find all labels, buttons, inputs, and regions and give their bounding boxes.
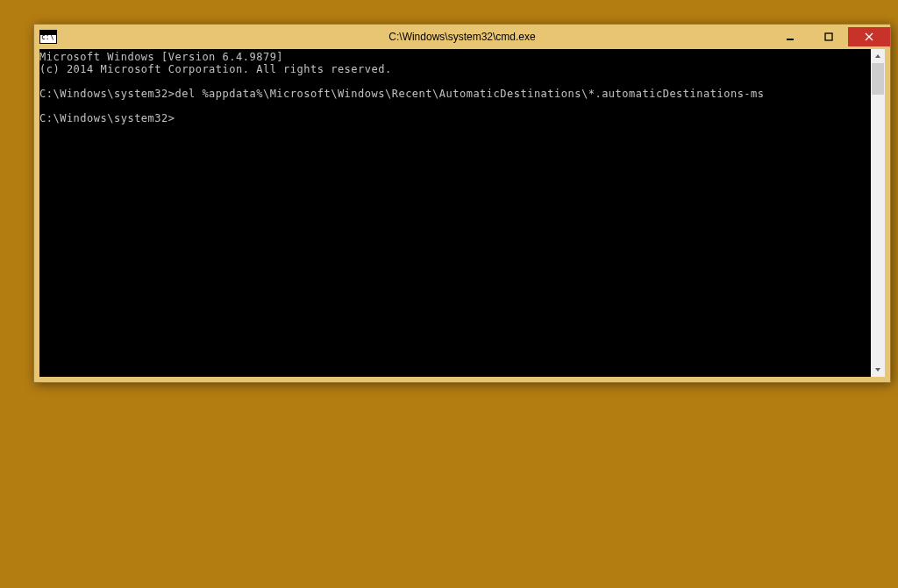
window-title: C:\Windows\system32\cmd.exe — [34, 31, 890, 43]
terminal-line: (c) 2014 Microsoft Corporation. All righ… — [39, 63, 871, 75]
window-buttons — [771, 27, 890, 46]
terminal-prompt: C:\Windows\system32> — [39, 112, 871, 124]
close-button[interactable] — [848, 27, 890, 46]
cmd-icon — [39, 30, 57, 44]
svg-rect-0 — [787, 39, 794, 40]
scroll-down-arrow-icon[interactable] — [871, 363, 885, 377]
terminal-blank-line — [39, 75, 871, 88]
scroll-track[interactable] — [871, 63, 885, 363]
maximize-button[interactable] — [809, 27, 848, 46]
scroll-up-arrow-icon[interactable] — [871, 49, 885, 63]
terminal[interactable]: Microsoft Windows [Version 6.4.9879](c) … — [39, 49, 871, 377]
terminal-line: C:\Windows\system32>del %appdata%\Micros… — [39, 88, 871, 100]
titlebar[interactable]: C:\Windows\system32\cmd.exe — [34, 25, 890, 49]
svg-marker-5 — [875, 368, 880, 372]
minimize-button[interactable] — [771, 27, 809, 46]
cmd-window: C:\Windows\system32\cmd.exe Microsoft Wi… — [33, 24, 891, 383]
terminal-line: Microsoft Windows [Version 6.4.9879] — [39, 51, 871, 63]
client-area: Microsoft Windows [Version 6.4.9879](c) … — [39, 49, 885, 377]
svg-rect-1 — [825, 33, 832, 40]
terminal-blank-line — [39, 100, 871, 112]
scrollbar[interactable] — [871, 49, 885, 377]
svg-marker-4 — [875, 54, 880, 58]
scroll-thumb[interactable] — [872, 63, 884, 95]
